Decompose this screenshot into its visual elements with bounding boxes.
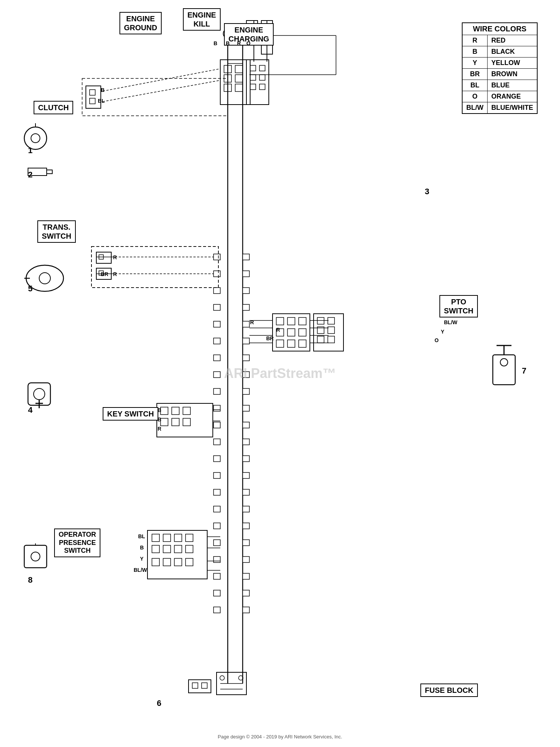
- wire-bl-ops: BL: [138, 533, 145, 539]
- svg-rect-49: [214, 540, 220, 546]
- svg-rect-100: [328, 336, 335, 343]
- svg-rect-19: [82, 78, 228, 116]
- svg-rect-77: [276, 317, 284, 325]
- wire-code-br: BR: [462, 69, 487, 80]
- svg-rect-50: [214, 557, 220, 562]
- wire-o-engine: O: [246, 40, 251, 46]
- svg-rect-61: [243, 372, 249, 378]
- svg-point-146: [24, 127, 47, 149]
- pto-switch-icon: [489, 344, 526, 388]
- svg-rect-57: [243, 304, 249, 310]
- svg-rect-121: [174, 558, 182, 566]
- wire-bl-clutch-bot: BL: [98, 98, 105, 104]
- key-switch-icon: [24, 379, 62, 416]
- svg-rect-47: [214, 506, 220, 512]
- svg-rect-72: [243, 557, 249, 562]
- svg-rect-11: [235, 84, 243, 92]
- svg-line-24: [103, 80, 220, 102]
- svg-rect-7: [235, 65, 243, 73]
- svg-rect-96: [328, 317, 335, 324]
- wire-color-r: RED: [488, 35, 538, 46]
- component-3: 3: [425, 187, 429, 196]
- svg-rect-45: [214, 472, 220, 478]
- svg-rect-95: [317, 317, 324, 324]
- wire-colors-table: WIRE COLORS R RED B BLACK Y YELLOW BR BR…: [462, 22, 538, 114]
- wire-y-ops: Y: [140, 556, 143, 562]
- wire-b-engine-right: B: [226, 40, 230, 46]
- svg-rect-83: [276, 340, 284, 347]
- svg-rect-104: [183, 407, 190, 415]
- wire-blw-ops: BL/W: [134, 567, 147, 573]
- wire-r-engine: R: [237, 40, 241, 46]
- component-8: 8: [28, 575, 32, 585]
- svg-rect-68: [243, 489, 249, 495]
- svg-rect-35: [214, 304, 220, 310]
- svg-rect-64: [243, 422, 249, 428]
- wire-br-trans: BR: [101, 271, 108, 277]
- svg-rect-114: [186, 534, 193, 542]
- svg-point-152: [39, 273, 50, 284]
- wire-b-ops: B: [140, 545, 144, 551]
- svg-rect-107: [183, 418, 190, 426]
- pto-switch-label: PTO SWITCH: [439, 295, 478, 317]
- svg-rect-41: [214, 405, 220, 411]
- svg-rect-102: [161, 407, 168, 415]
- wire-r-key: R: [158, 426, 161, 432]
- svg-point-151: [26, 265, 63, 291]
- clutch-label: CLUTCH: [34, 101, 73, 114]
- svg-rect-15: [250, 75, 256, 80]
- wire-color-br: BROWN: [488, 69, 538, 80]
- wire-code-y: Y: [462, 58, 487, 69]
- svg-rect-139: [91, 247, 218, 288]
- operator-presence-label: OPERATOR PRESENCE SWITCH: [54, 529, 100, 557]
- wire-br-pto: BR: [266, 335, 274, 341]
- svg-rect-73: [243, 573, 249, 579]
- svg-rect-62: [243, 388, 249, 394]
- svg-point-155: [34, 388, 45, 400]
- svg-rect-161: [493, 355, 515, 385]
- wire-color-y: YELLOW: [488, 58, 538, 69]
- svg-rect-58: [243, 321, 249, 327]
- svg-rect-75: [243, 607, 249, 613]
- wire-color-blw: BLUE/WHITE: [488, 102, 538, 114]
- svg-rect-78: [287, 317, 295, 325]
- wire-r-trans2: R: [113, 271, 117, 277]
- svg-rect-111: [152, 534, 159, 542]
- svg-rect-85: [299, 340, 306, 347]
- component-6: 6: [157, 698, 161, 708]
- svg-rect-74: [243, 590, 249, 596]
- svg-rect-37: [214, 338, 220, 344]
- svg-rect-43: [214, 439, 220, 445]
- svg-rect-59: [243, 338, 249, 344]
- svg-rect-39: [214, 372, 220, 378]
- key-switch-label: KEY SWITCH: [103, 407, 158, 421]
- svg-point-159: [31, 552, 40, 561]
- wire-b-key2: B: [158, 416, 161, 422]
- svg-rect-55: [243, 271, 249, 277]
- svg-rect-66: [243, 456, 249, 462]
- svg-rect-150: [47, 170, 52, 174]
- wire-colors-header: WIRE COLORS: [462, 23, 537, 35]
- svg-rect-51: [214, 573, 220, 579]
- svg-rect-20: [86, 86, 101, 108]
- svg-rect-14: [259, 65, 265, 71]
- svg-rect-25: [91, 247, 218, 288]
- svg-rect-115: [152, 545, 159, 553]
- svg-rect-149: [28, 168, 47, 176]
- wire-b-key1: B: [158, 407, 161, 413]
- svg-rect-116: [163, 545, 171, 553]
- svg-rect-21: [90, 90, 95, 95]
- svg-rect-105: [161, 418, 168, 426]
- wire-r-pto2: R: [276, 327, 280, 333]
- svg-rect-127: [189, 680, 211, 693]
- wire-code-r: R: [462, 35, 487, 46]
- svg-rect-44: [214, 456, 220, 462]
- diagram-container: CLUTCH ENGINE GROUND ENGINE KILL ENGINE …: [0, 0, 560, 747]
- svg-rect-69: [243, 506, 249, 512]
- svg-rect-99: [317, 336, 324, 343]
- svg-rect-71: [243, 540, 249, 546]
- svg-rect-18: [259, 84, 265, 90]
- wire-code-blw: BL/W: [462, 102, 487, 114]
- svg-rect-82: [299, 329, 306, 336]
- wire-code-b: B: [462, 46, 487, 58]
